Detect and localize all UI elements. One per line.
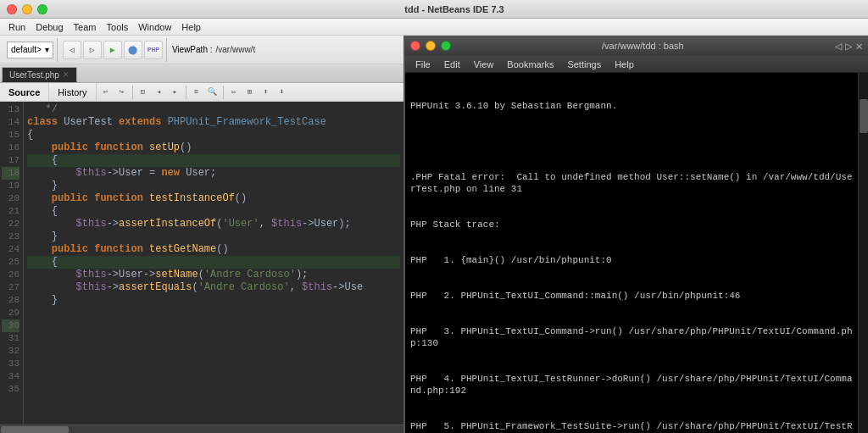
- menu-bar: Run Debug Team Tools Window Help: [0, 19, 868, 36]
- project-selector[interactable]: default> ▾: [7, 42, 53, 58]
- code-line-20: }: [27, 180, 400, 192]
- back-btn[interactable]: ◁: [63, 41, 81, 59]
- forward-btn[interactable]: ▷: [83, 41, 102, 59]
- terminal-scroll-thumb[interactable]: [860, 99, 868, 133]
- code-line-34: }: [27, 294, 400, 307]
- format-icon[interactable]: ⊞: [242, 85, 258, 100]
- code-editor[interactable]: 13 14 15 16 17 18 19 20 21 22 23 24 25 2…: [0, 102, 403, 425]
- line-num-17: 17: [2, 154, 19, 167]
- code-line-17: public function setUp(): [27, 142, 400, 154]
- line-num-24: 24: [2, 243, 19, 256]
- term-close-btn[interactable]: [410, 41, 420, 51]
- term-nav-close[interactable]: ✕: [856, 39, 863, 53]
- search-icon[interactable]: 🔍: [205, 85, 220, 100]
- line-num-14: 14: [2, 116, 19, 129]
- diff-icon[interactable]: ⇔: [226, 85, 242, 100]
- line-num-26: 26: [2, 269, 19, 281]
- toolbar: default> ▾ ◁ ▷ ▶ ⬤ PHP ViewPath : /var/w…: [0, 36, 403, 64]
- term-min-btn[interactable]: [426, 41, 436, 51]
- terminal-title: /var/www/tdd : bash: [456, 41, 830, 51]
- h-scrollbar[interactable]: [0, 425, 403, 433]
- term-nav-back[interactable]: ◁: [835, 39, 842, 53]
- terminal-menu: File Edit View Bookmarks Settings Help: [405, 56, 868, 73]
- toggle-bookmarks-icon[interactable]: ⊟: [136, 85, 151, 100]
- project-group: default> ▾: [3, 38, 58, 62]
- prev-error-icon[interactable]: ⬆: [259, 85, 274, 100]
- redo-icon[interactable]: ↪: [114, 85, 130, 100]
- code-line-29: public function testGetName(): [27, 243, 400, 256]
- terminal-title-bar: /var/www/tdd : bash ◁ ▷ ✕: [405, 36, 868, 56]
- term-line-7: PHP 4. PHPUnit_TextUI_TestRunner->doRun(…: [410, 373, 853, 397]
- code-line-14: class UserTest extends PHPUnit_Framework…: [27, 116, 400, 129]
- code-line-31: $this->User->setName('Andre Cardoso');: [27, 269, 400, 281]
- terminal-content-wrapper: PHPUnit 3.6.10 by Sebastian Bergmann. .P…: [405, 73, 868, 433]
- app-title: tdd - NetBeans IDE 7.3: [47, 4, 861, 14]
- source-tab[interactable]: Source: [0, 83, 49, 101]
- viewpath-label: ViewPath :: [172, 45, 213, 54]
- code-line-19: $this->User = new User;: [27, 167, 400, 180]
- code-line-30: {: [27, 256, 400, 269]
- separator-2: [186, 86, 186, 99]
- code-content[interactable]: */ class UserTest extends PHPUnit_Framew…: [24, 102, 403, 425]
- code-line-33: $this->assertEquals('Andre Cardoso', $th…: [27, 281, 400, 294]
- toggle-linenum-icon[interactable]: ≡: [189, 85, 204, 100]
- line-num-20: 20: [2, 192, 19, 205]
- tab-filename: UserTest.php: [9, 70, 59, 80]
- term-menu-view[interactable]: View: [467, 59, 501, 69]
- tab-close-btn[interactable]: ✕: [63, 70, 70, 79]
- line-num-34: 34: [2, 370, 19, 383]
- debug-btn[interactable]: ⬤: [124, 41, 142, 59]
- editor-tab-bar: UserTest.php ✕: [0, 64, 403, 83]
- terminal-pane: /var/www/tdd : bash ◁ ▷ ✕ File Edit View…: [405, 36, 868, 433]
- next-error-icon[interactable]: ⬇: [275, 85, 290, 100]
- line-num-22: 22: [2, 218, 19, 230]
- window-max-btn[interactable]: [37, 4, 47, 14]
- next-bookmark-icon[interactable]: ▸: [168, 85, 183, 100]
- menu-team[interactable]: Team: [69, 19, 102, 35]
- editor-tab-usertest[interactable]: UserTest.php ✕: [2, 67, 77, 82]
- term-menu-settings[interactable]: Settings: [560, 59, 608, 69]
- term-max-btn[interactable]: [441, 41, 451, 51]
- menu-help[interactable]: Help: [176, 19, 206, 35]
- menu-tools[interactable]: Tools: [102, 19, 134, 35]
- term-menu-file[interactable]: File: [409, 59, 437, 69]
- line-num-35: 35: [2, 383, 19, 396]
- h-scroll-thumb[interactable]: [1, 426, 69, 433]
- window-min-btn[interactable]: [22, 4, 32, 14]
- separator-1: [132, 86, 133, 99]
- line-num-29: 29: [2, 307, 19, 319]
- term-line-2: .PHP Fatal error: Call to undefined meth…: [410, 171, 853, 195]
- viewpath-group: ViewPath : /var/www/t: [169, 45, 259, 54]
- terminal-scrollbar[interactable]: [858, 73, 868, 433]
- editor-pane: default> ▾ ◁ ▷ ▶ ⬤ PHP ViewPath : /var/w…: [0, 36, 405, 433]
- menu-window[interactable]: Window: [133, 19, 176, 35]
- project-dropdown-icon[interactable]: ▾: [45, 45, 49, 54]
- line-num-25: 25: [2, 256, 19, 269]
- window-close-btn[interactable]: [7, 4, 17, 14]
- line-num-19: 19: [2, 180, 19, 192]
- prev-bookmark-icon[interactable]: ◂: [152, 85, 167, 100]
- undo-icon[interactable]: ↩: [98, 85, 114, 100]
- code-line-25: $this->assertInstanceOf('User', $this->U…: [27, 218, 400, 230]
- code-line-26: }: [27, 230, 400, 243]
- menu-debug[interactable]: Debug: [31, 19, 68, 35]
- term-nav-forward[interactable]: ▷: [845, 39, 852, 53]
- source-history-bar: Source History ↩ ↪ ⊟ ◂ ▸ ≡ 🔍 ⇔ ⊞ ⬆ ⬇: [0, 83, 403, 102]
- history-tab[interactable]: History: [49, 83, 96, 101]
- menu-run[interactable]: Run: [3, 19, 31, 35]
- code-line-23: public function testInstanceOf(): [27, 192, 400, 205]
- line-num-18: 18: [2, 167, 19, 180]
- term-line-3: PHP Stack trace:: [410, 219, 853, 230]
- term-menu-edit[interactable]: Edit: [437, 59, 467, 69]
- editor-icons-group: ◁ ▷ ▶ ⬤ PHP: [59, 38, 167, 62]
- line-num-30: 30: [2, 319, 19, 332]
- php-btn[interactable]: PHP: [144, 41, 163, 59]
- line-num-31: 31: [2, 332, 19, 345]
- term-menu-help[interactable]: Help: [608, 59, 641, 69]
- line-num-27: 27: [2, 281, 19, 294]
- run-btn[interactable]: ▶: [103, 41, 122, 59]
- editor-toolbar: ↩ ↪ ⊟ ◂ ▸ ≡ 🔍 ⇔ ⊞ ⬆ ⬇: [97, 83, 403, 101]
- term-menu-bookmarks[interactable]: Bookmarks: [500, 59, 560, 69]
- terminal-output[interactable]: PHPUnit 3.6.10 by Sebastian Bergmann. .P…: [405, 73, 858, 433]
- term-nav-buttons: ◁ ▷ ✕: [835, 39, 863, 53]
